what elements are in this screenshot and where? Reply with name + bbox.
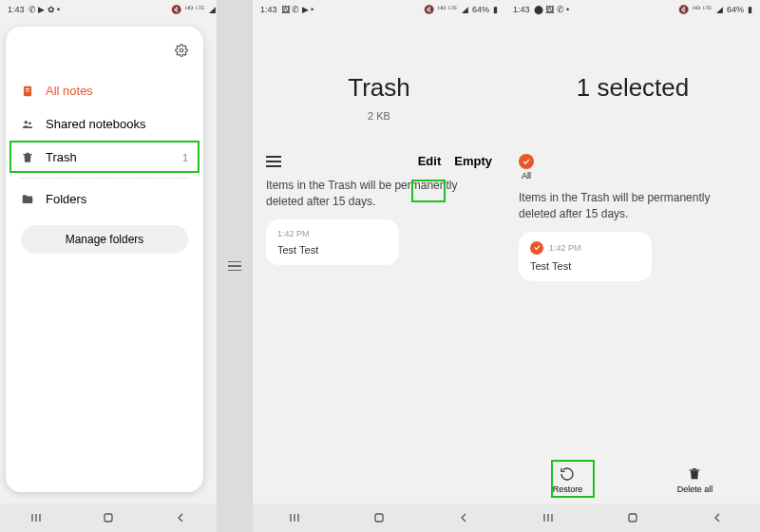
trash-info: Items in the Trash will be permanently d… — [253, 178, 505, 219]
note-title: Test Test — [277, 244, 388, 256]
check-icon — [530, 241, 543, 255]
svg-rect-17 — [693, 468, 696, 469]
delete-all-button[interactable]: Delete all — [677, 466, 713, 494]
navigation-drawer: All notes Shared notebooks Trash 1 Folde… — [6, 27, 203, 492]
nav-trash[interactable]: Trash 1 — [6, 141, 203, 174]
android-navbar — [253, 504, 505, 532]
statusbar: 1:43⬤ 🖼 ✆ • 🔇ᴴᴰ ᴸᵀᴱ◢64%▮ — [505, 0, 760, 19]
nav-label: All notes — [46, 84, 93, 98]
trash-size: 2 KB — [253, 110, 505, 122]
recents-button[interactable] — [541, 510, 556, 525]
svg-rect-7 — [26, 152, 29, 153]
hamburger-icon — [228, 261, 241, 272]
selection-title: 1 selected — [505, 21, 760, 110]
home-button[interactable] — [101, 510, 116, 525]
nav-shared[interactable]: Shared notebooks — [6, 107, 203, 141]
nav-label: Trash — [46, 150, 77, 164]
menu-button[interactable] — [266, 156, 281, 167]
back-button[interactable] — [456, 510, 471, 525]
svg-rect-3 — [26, 90, 30, 91]
note-title: Test Test — [530, 260, 640, 272]
back-button[interactable] — [710, 510, 725, 525]
svg-point-0 — [180, 48, 183, 52]
restore-label: Restore — [553, 484, 583, 494]
svg-point-5 — [28, 122, 31, 124]
trash-count: 1 — [182, 152, 188, 163]
screen-trash: 1:43🖼 ✆ ▶ • 🔇ᴴᴰ ᴸᵀᴱ◢64%▮ Trash 2 KB Edit… — [253, 0, 505, 532]
statusbar: 1:43✆ ▶ ✿ • 🔇ᴴᴰ ᴸᵀᴱ◢64%▮ — [0, 0, 253, 19]
recents-button[interactable] — [28, 510, 44, 525]
deleteall-label: Delete all — [677, 484, 713, 494]
page-title: Trash — [253, 21, 505, 110]
note-card[interactable]: 1:42 PM Test Test — [266, 219, 399, 265]
android-navbar — [0, 504, 217, 532]
home-button[interactable] — [371, 510, 387, 525]
statusbar: 1:43🖼 ✆ ▶ • 🔇ᴴᴰ ᴸᵀᴱ◢64%▮ — [253, 0, 505, 19]
nav-label: Shared notebooks — [46, 117, 146, 131]
note-time: 1:42 PM — [549, 243, 581, 253]
empty-button[interactable]: Empty — [454, 154, 492, 168]
note-card-selected[interactable]: 1:42 PM Test Test — [519, 232, 652, 281]
collapsed-main[interactable] — [217, 0, 253, 532]
screen-selection: 1:43⬤ 🖼 ✆ • 🔇ᴴᴰ ᴸᵀᴱ◢64%▮ 1 selected All … — [505, 0, 760, 532]
check-icon — [519, 154, 534, 169]
svg-rect-16 — [690, 469, 700, 470]
restore-button[interactable]: Restore — [553, 466, 583, 494]
note-time: 1:42 PM — [277, 229, 388, 238]
select-all[interactable]: All — [519, 154, 534, 180]
clock: 1:43 — [8, 5, 25, 14]
action-bar: Restore Delete all — [505, 456, 760, 504]
recents-button[interactable] — [287, 510, 302, 525]
back-button[interactable] — [173, 510, 188, 525]
home-button[interactable] — [625, 510, 640, 525]
android-navbar — [505, 504, 760, 532]
svg-point-4 — [25, 120, 28, 124]
nav-all-notes[interactable]: All notes — [6, 74, 203, 107]
svg-rect-6 — [23, 153, 31, 154]
edit-button[interactable]: Edit — [418, 154, 442, 168]
nav-label: Folders — [46, 192, 86, 206]
settings-icon[interactable] — [175, 44, 188, 61]
all-label: All — [522, 171, 531, 180]
manage-folders-button[interactable]: Manage folders — [21, 225, 188, 254]
svg-rect-11 — [104, 514, 112, 522]
svg-rect-15 — [375, 514, 383, 522]
nav-folders[interactable]: Folders — [6, 182, 203, 216]
svg-rect-21 — [629, 514, 636, 522]
screen-drawer: 1:43✆ ▶ ✿ • 🔇ᴴᴰ ᴸᵀᴱ◢64%▮ All notes Share… — [0, 0, 253, 532]
trash-info: Items in the Trash will be permanently d… — [505, 190, 760, 232]
svg-rect-2 — [26, 88, 30, 89]
divider — [21, 178, 188, 179]
